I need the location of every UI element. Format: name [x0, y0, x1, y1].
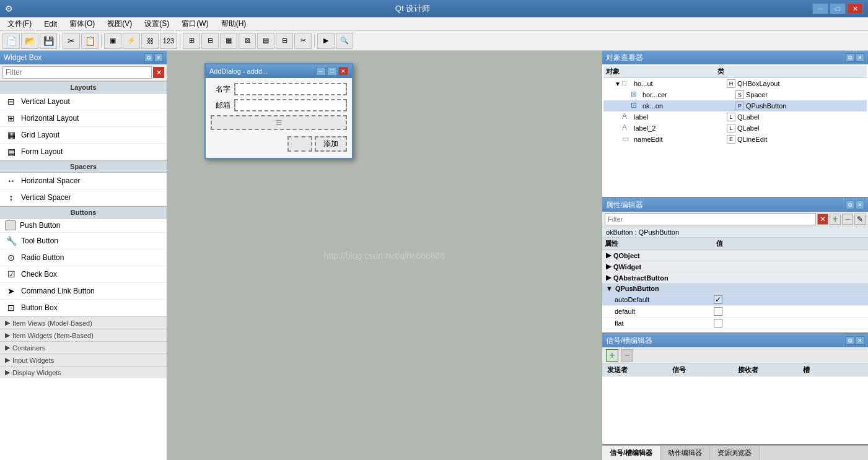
preview-button[interactable]: ▶: [317, 33, 335, 49]
maximize-button[interactable]: □: [830, 3, 846, 14]
se-float[interactable]: ⧉: [846, 336, 854, 345]
obj-row-label2[interactable]: A label_2 L QLabel: [603, 123, 867, 134]
radio-button-icon: ⊙: [5, 251, 17, 264]
obj-row-spacer[interactable]: ⊠ hor...cer S Spacer: [603, 89, 867, 100]
cut-button[interactable]: ✂: [63, 33, 80, 49]
section-item-widgets[interactable]: ▶ Item Widgets (Item-Based): [0, 329, 167, 341]
minimize-button[interactable]: ─: [812, 3, 828, 14]
menu-view[interactable]: 视图(V): [102, 17, 137, 30]
flat-checkbox[interactable]: [714, 319, 722, 328]
obj-row-pushbutton[interactable]: ⊡ ok...on P QPushButton: [603, 100, 867, 111]
widget-vertical-spacer[interactable]: ↕ Vertical Spacer: [0, 189, 167, 206]
prop-configure[interactable]: ✎: [854, 214, 866, 225]
prop-group-qpushbutton[interactable]: ▼ QPushButton: [602, 284, 868, 294]
close-panel-button[interactable]: ✕: [154, 53, 163, 62]
prop-filter-input[interactable]: [605, 213, 816, 225]
widget-push-button[interactable]: Push Button: [0, 219, 167, 233]
prop-filter-clear[interactable]: ✕: [817, 214, 828, 225]
signal-remove-button[interactable]: −: [621, 349, 633, 362]
oi-close[interactable]: ✕: [856, 53, 864, 62]
copy-button[interactable]: 📋: [81, 33, 99, 49]
layout-h[interactable]: ⊞: [183, 33, 200, 49]
autodefault-checkbox[interactable]: ✓: [714, 295, 722, 304]
widget-button-box[interactable]: ⊡ Button Box: [0, 300, 167, 316]
vertical-spacer-label: Vertical Spacer: [21, 193, 71, 202]
filter-clear-button[interactable]: ✕: [153, 67, 164, 78]
prop-remove[interactable]: −: [842, 214, 853, 225]
signal-mode[interactable]: ⚡: [123, 33, 140, 49]
layout-b[interactable]: ⊠: [239, 33, 256, 49]
prop-group-qobject[interactable]: ▶ QObject: [602, 250, 868, 261]
oi-float[interactable]: ⧉: [846, 53, 854, 62]
menu-settings[interactable]: 设置(S): [139, 17, 174, 30]
layout-v[interactable]: ⊟: [201, 33, 219, 49]
prop-row-autodefault[interactable]: autoDefault ✓: [602, 294, 868, 306]
prop-group-qabstractbutton[interactable]: ▶ QAbstractButton: [602, 272, 868, 284]
widget-grid-layout[interactable]: ▦ Grid Layout: [0, 127, 167, 144]
layout-f[interactable]: ▤: [257, 33, 274, 49]
default-checkbox[interactable]: [714, 307, 722, 316]
tab-action-editor[interactable]: 动作编辑器: [660, 446, 710, 460]
tab-resource-browser[interactable]: 资源浏览器: [710, 446, 760, 460]
section-display-widgets-label: Display Widgets: [12, 369, 61, 376]
dialog-add-button[interactable]: 添加: [315, 136, 347, 152]
filter-input[interactable]: [2, 66, 152, 79]
section-display-widgets[interactable]: ▶ Display Widgets: [0, 366, 167, 378]
dialog-window: AddDialog - addd... ─ □ ✕ 名字 邮箱 ≡: [204, 63, 353, 159]
sep1: [59, 34, 60, 48]
break-layout[interactable]: ✂: [294, 33, 312, 49]
widget-check-box[interactable]: ☑ Check Box: [0, 266, 167, 283]
widget-mode[interactable]: ▣: [104, 33, 121, 49]
dialog-close[interactable]: ✕: [338, 67, 348, 76]
obj-row-hboxlayout[interactable]: ▼ □ ho...ut H QHBoxLayout: [603, 78, 867, 89]
tab-signal-editor[interactable]: 信号/槽编辑器: [602, 446, 660, 460]
new-button[interactable]: 📄: [2, 33, 20, 49]
grid-layout-icon: ▦: [5, 129, 17, 141]
widget-tool-button[interactable]: 🔧 Tool Button: [0, 233, 167, 250]
close-button[interactable]: ✕: [847, 3, 863, 14]
widget-radio-button[interactable]: ⊙ Radio Button: [0, 250, 167, 266]
sep4: [314, 34, 315, 48]
menu-file[interactable]: 文件(F): [2, 17, 37, 30]
obj-row-lineedit[interactable]: ▭ nameEdit E QLineEdit: [603, 134, 867, 145]
debug-button[interactable]: 🔍: [336, 33, 353, 49]
prop-group-qwidget[interactable]: ▶ QWidget: [602, 261, 868, 272]
se-controls: ⧉ ✕: [846, 336, 864, 345]
layout-g[interactable]: ▦: [220, 33, 237, 49]
prop-name-default: default: [606, 308, 714, 315]
open-button[interactable]: 📂: [21, 33, 38, 49]
canvas-area[interactable]: AddDialog - addd... ─ □ ✕ 名字 邮箱 ≡: [167, 51, 602, 460]
menu-edit[interactable]: Edit: [39, 19, 62, 30]
signal-add-button[interactable]: +: [606, 349, 618, 362]
tab-mode[interactable]: 123: [160, 33, 177, 49]
section-input-widgets[interactable]: ▶ Input Widgets: [0, 354, 167, 366]
save-button[interactable]: 💾: [40, 33, 57, 49]
layout-sep[interactable]: ⊟: [276, 33, 293, 49]
dialog-maximize[interactable]: □: [327, 67, 337, 76]
name-input[interactable]: [234, 83, 347, 95]
se-close[interactable]: ✕: [856, 336, 864, 345]
dialog-minimize[interactable]: ─: [316, 67, 326, 76]
widget-command-link[interactable]: ➤ Command Link Button: [0, 283, 167, 300]
prop-row-default[interactable]: default: [602, 306, 868, 318]
menu-form[interactable]: 窗体(O): [64, 17, 100, 30]
dialog-titlebar[interactable]: AddDialog - addd... ─ □ ✕: [206, 64, 352, 78]
dialog-cancel-button[interactable]: [287, 136, 312, 152]
widget-form-layout[interactable]: ▤ Form Layout: [0, 144, 167, 160]
prop-add[interactable]: +: [830, 214, 841, 225]
float-button[interactable]: ⧉: [144, 53, 153, 62]
menu-window[interactable]: 窗口(W): [177, 17, 213, 30]
pe-float[interactable]: ⧉: [846, 201, 854, 209]
email-input[interactable]: [234, 99, 347, 111]
widget-horizontal-spacer[interactable]: ↔ Horizontal Spacer: [0, 173, 167, 189]
section-containers[interactable]: ▶ Containers: [0, 341, 167, 354]
buddy-mode[interactable]: ⛓: [141, 33, 159, 49]
pe-close[interactable]: ✕: [856, 201, 864, 209]
obj-row-label[interactable]: A label L QLabel: [603, 111, 867, 123]
widget-vertical-layout[interactable]: ⊟ Vertical Layout: [0, 93, 167, 110]
menu-help[interactable]: 帮助(H): [216, 17, 252, 30]
section-item-views[interactable]: ▶ Item Views (Model-Based): [0, 316, 167, 329]
prop-row-flat[interactable]: flat: [602, 318, 868, 329]
push-button-icon: [5, 220, 16, 230]
widget-horizontal-layout[interactable]: ⊞ Horizontal Layout: [0, 110, 167, 127]
